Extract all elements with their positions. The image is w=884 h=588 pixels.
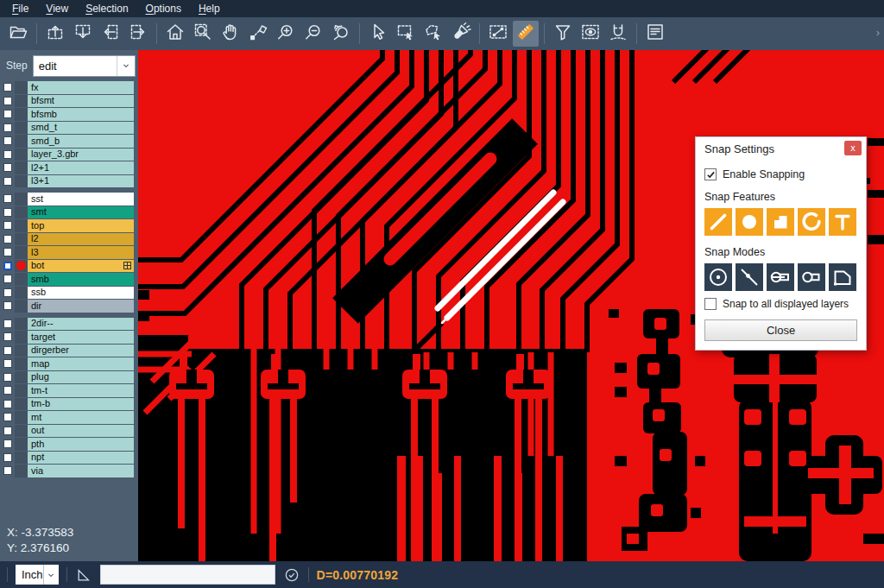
layer-row-smb[interactable]: smb — [0, 273, 138, 286]
layer-checkbox[interactable] — [3, 136, 12, 145]
snap-all-layers-row[interactable]: Snap to all displayed layers — [704, 298, 857, 310]
layer-checkbox[interactable] — [3, 97, 12, 105]
measure-input[interactable] — [100, 565, 275, 585]
enable-snapping-checkbox[interactable] — [704, 168, 717, 180]
layer-label[interactable]: ssb — [28, 287, 134, 300]
layer-row-via[interactable]: via — [0, 465, 138, 477]
select-polygon-button[interactable] — [420, 21, 446, 47]
layer-row-bfsmt[interactable]: bfsmt — [0, 95, 138, 108]
close-button[interactable]: Close — [704, 319, 857, 341]
layer-checkbox[interactable] — [3, 275, 12, 283]
layer-checkbox[interactable] — [3, 163, 12, 172]
filter-button[interactable] — [550, 21, 576, 47]
layer-row-l2+1[interactable]: l2+1 — [0, 161, 138, 174]
layer-row-ssb[interactable]: ssb — [0, 287, 138, 300]
layer-checkbox[interactable] — [3, 150, 12, 159]
step-dropdown[interactable]: edit — [33, 55, 136, 77]
layer-label[interactable]: bot — [28, 260, 134, 273]
layer-checkbox[interactable] — [3, 123, 12, 132]
layer-label[interactable]: l3+1 — [28, 175, 134, 188]
layer-row-l2[interactable]: l2 — [0, 233, 138, 246]
select-pointer-button[interactable] — [365, 21, 391, 47]
snap-mode-on-element-button[interactable] — [736, 263, 763, 291]
layer-label[interactable]: sst — [28, 193, 134, 205]
snap-mode-pad-outline-button[interactable] — [798, 263, 825, 291]
layer-row-layer_3.gbr[interactable]: layer_3.gbr — [0, 149, 138, 161]
layer-checkbox[interactable] — [3, 83, 12, 92]
layer-label[interactable]: target — [28, 331, 134, 344]
layer-row-tm-t[interactable]: tm-t — [0, 384, 138, 397]
layer-label[interactable]: 2dir-- — [28, 318, 134, 331]
layer-row-map[interactable]: map — [0, 357, 138, 370]
layer-row-top[interactable]: top — [0, 219, 138, 232]
layer-label[interactable]: smd_b — [28, 135, 134, 148]
measure-ruler-button[interactable] — [513, 21, 539, 47]
layer-checkbox[interactable] — [3, 221, 12, 230]
layer-row-l3+1[interactable]: l3+1 — [0, 175, 138, 188]
snap-all-layers-checkbox[interactable] — [704, 298, 717, 310]
layer-checkbox[interactable] — [3, 288, 12, 297]
scroll-left-button[interactable] — [98, 21, 123, 47]
scroll-right-button[interactable] — [125, 21, 151, 47]
zoom-previous-button[interactable] — [328, 21, 354, 47]
layer-checkbox[interactable] — [3, 194, 12, 203]
snap-mode-contour-button[interactable] — [829, 263, 856, 291]
zoom-in-button[interactable] — [273, 21, 299, 47]
scroll-up-button[interactable] — [42, 21, 68, 47]
layer-checkbox[interactable] — [3, 262, 12, 270]
menu-selection[interactable]: Selection — [77, 1, 136, 17]
angle-icon[interactable] — [75, 566, 92, 584]
zoom-home-button[interactable] — [162, 21, 188, 47]
zoom-object-button[interactable] — [245, 21, 271, 47]
snap-mode-pad-axis-button[interactable] — [767, 263, 794, 291]
snap-mode-center-button[interactable] — [704, 263, 732, 291]
layer-row-bot[interactable]: bot — [0, 260, 138, 273]
menu-help[interactable]: Help — [190, 1, 229, 17]
layer-row-dirgerber[interactable]: dirgerber — [0, 345, 138, 357]
layer-label[interactable]: bfsmb — [28, 108, 134, 121]
toolbar-overflow-chevron[interactable]: › — [876, 26, 880, 39]
zoom-out-button[interactable] — [300, 21, 326, 47]
layer-checkbox[interactable] — [3, 248, 12, 256]
snap-feature-pad-button[interactable] — [736, 208, 763, 236]
layer-label[interactable]: pth — [28, 438, 134, 451]
layer-label[interactable]: fx — [28, 81, 134, 94]
layer-checkbox[interactable] — [3, 177, 12, 186]
report-list-button[interactable] — [642, 21, 668, 47]
layer-label[interactable]: plug — [28, 371, 134, 384]
layer-checkbox[interactable] — [3, 301, 12, 310]
menu-options[interactable]: Options — [137, 1, 190, 17]
unit-dropdown[interactable]: Inch — [16, 565, 59, 585]
layer-checkbox[interactable] — [3, 413, 12, 421]
layer-checkbox[interactable] — [3, 466, 12, 475]
layer-checkbox[interactable] — [3, 235, 12, 243]
refresh-check-icon[interactable] — [283, 566, 300, 584]
view-options-button[interactable] — [578, 21, 603, 47]
layer-label[interactable]: mt — [28, 411, 134, 424]
layer-label[interactable]: dirgerber — [28, 345, 134, 357]
layer-checkbox[interactable] — [3, 373, 12, 382]
layer-checkbox[interactable] — [3, 346, 12, 355]
layer-checkbox[interactable] — [3, 439, 12, 448]
layer-row-smd_t[interactable]: smd_t — [0, 122, 138, 135]
pan-hand-button[interactable] — [218, 21, 243, 47]
menu-file[interactable]: File — [3, 1, 37, 17]
clean-tool-button[interactable] — [448, 21, 474, 47]
layer-row-dir[interactable]: dir — [0, 300, 138, 313]
layer-label[interactable]: bfsmt — [28, 95, 134, 108]
zoom-window-button[interactable] — [190, 21, 216, 47]
layer-label[interactable]: tm-b — [28, 398, 134, 411]
measure-distance-button[interactable] — [485, 21, 511, 47]
layer-checkbox[interactable] — [3, 427, 12, 435]
layer-row-target[interactable]: target — [0, 331, 138, 344]
layer-label[interactable]: l2 — [28, 233, 134, 246]
layer-label[interactable]: smb — [28, 273, 134, 286]
layer-row-npt[interactable]: npt — [0, 452, 138, 465]
snap-dialog-titlebar[interactable]: Snap Settings x — [696, 137, 866, 160]
layer-label[interactable]: smd_t — [28, 122, 134, 135]
layer-label[interactable]: smt — [28, 206, 134, 219]
layer-row-tm-b[interactable]: tm-b — [0, 398, 138, 411]
layer-row-mt[interactable]: mt — [0, 411, 138, 424]
layer-checkbox[interactable] — [3, 359, 12, 368]
menu-view[interactable]: View — [37, 1, 77, 17]
